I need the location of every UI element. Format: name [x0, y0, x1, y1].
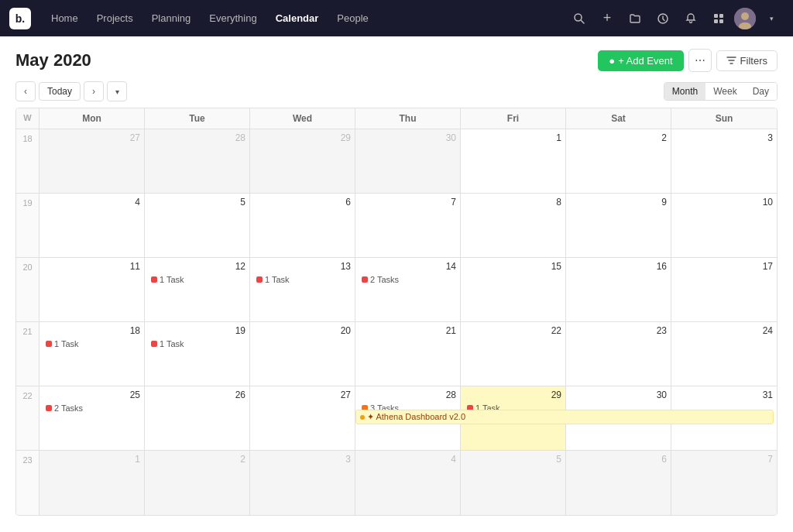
day-cell[interactable]: 3	[671, 129, 777, 193]
add-event-label: + Add Event	[618, 55, 672, 67]
nav-planning[interactable]: Planning	[144, 8, 199, 29]
day-cell[interactable]: 4	[355, 451, 461, 515]
task-event[interactable]: 2 Tasks	[359, 274, 456, 285]
week-view-button[interactable]: Week	[705, 83, 744, 100]
svg-rect-5	[714, 19, 718, 23]
day-cell[interactable]: 19 1 Task	[145, 322, 250, 386]
event-label: 2 Tasks	[370, 275, 399, 284]
add-event-plus-icon: ●	[609, 55, 615, 67]
day-cell[interactable]: 21	[355, 322, 461, 386]
day-cell[interactable]: 30	[355, 129, 461, 193]
task-event[interactable]: 1 Task	[254, 274, 351, 285]
day-view-button[interactable]: Day	[745, 83, 777, 100]
user-chevron-icon[interactable]: ▾	[759, 6, 784, 31]
day-cell[interactable]: 13 1 Task	[250, 258, 355, 321]
svg-rect-3	[714, 14, 718, 18]
multi-day-event-athena[interactable]: ✦ Athena Dashboard v2.0	[355, 410, 774, 424]
date-dropdown-button[interactable]: ▾	[107, 81, 127, 101]
week-num-header: W	[16, 108, 39, 129]
day-cell[interactable]: 6	[250, 194, 355, 257]
day-cell[interactable]: 10	[671, 194, 777, 257]
svg-rect-6	[719, 19, 723, 23]
week-num-20: 20	[16, 258, 39, 321]
day-cell[interactable]: 16	[566, 258, 671, 321]
more-options-button[interactable]: ⋯	[688, 49, 712, 72]
day-cell[interactable]: 28	[145, 129, 250, 193]
day-cell[interactable]: 11	[39, 258, 145, 321]
day-cell[interactable]: 4	[39, 194, 145, 257]
week-num-18: 18	[16, 129, 39, 193]
week-row-23: 23 1 2 3 4 5 6 7	[16, 451, 777, 515]
day-cell[interactable]: 1	[461, 129, 566, 193]
day-cell[interactable]: 2	[566, 129, 671, 193]
folder-icon[interactable]	[623, 6, 647, 31]
multi-day-event-label: ✦ Athena Dashboard v2.0	[367, 412, 465, 422]
day-cell[interactable]: 1	[39, 451, 145, 515]
nav-everything[interactable]: Everything	[201, 8, 264, 29]
calendar-title: May 2020	[15, 50, 598, 70]
header-tue: Tue	[145, 108, 250, 129]
date-navigation: ‹ Today › ▾	[15, 81, 127, 101]
task-event[interactable]: 1 Task	[149, 338, 245, 349]
day-cell[interactable]: 7	[355, 194, 461, 257]
clock-icon[interactable]	[651, 6, 675, 31]
day-cell[interactable]: 26	[145, 386, 250, 450]
day-cell[interactable]: 23	[566, 322, 671, 386]
day-cell-thu28[interactable]: 28 3 Tasks ✦ Athena Dashboard v2.0	[355, 386, 461, 450]
day-cell[interactable]: 6	[566, 451, 671, 515]
bell-icon[interactable]	[678, 6, 703, 31]
day-cell[interactable]: 8	[461, 194, 566, 257]
day-cell[interactable]: 2	[145, 451, 250, 515]
day-cell[interactable]: 22	[461, 322, 566, 386]
week-num-21: 21	[16, 322, 39, 386]
day-cell[interactable]: 9	[566, 194, 671, 257]
avatar[interactable]	[734, 8, 756, 29]
day-cell[interactable]: 14 2 Tasks	[355, 258, 461, 321]
day-cell[interactable]: 25 2 Tasks	[39, 386, 145, 450]
header-wed: Wed	[250, 108, 355, 129]
day-cell[interactable]: 15	[461, 258, 566, 321]
event-dot-icon	[362, 276, 368, 283]
app-logo[interactable]: b.	[9, 8, 31, 29]
task-event[interactable]: 2 Tasks	[43, 403, 140, 414]
day-cell[interactable]: 24	[671, 322, 777, 386]
event-label: 1 Task	[54, 339, 79, 348]
month-view-button[interactable]: Month	[664, 83, 705, 100]
day-cell[interactable]: 12 1 Task	[145, 258, 250, 321]
day-cell[interactable]: 27	[250, 386, 355, 450]
day-cell[interactable]: 5	[461, 451, 566, 515]
day-cell[interactable]: 27	[39, 129, 145, 193]
add-icon[interactable]: +	[595, 6, 620, 31]
next-button[interactable]: ›	[84, 81, 104, 101]
add-event-button[interactable]: ● + Add Event	[598, 50, 683, 71]
nav-calendar[interactable]: Calendar	[268, 8, 327, 29]
today-button[interactable]: Today	[39, 82, 81, 101]
header-fri: Fri	[461, 108, 566, 129]
search-icon[interactable]	[567, 6, 592, 31]
day-cell[interactable]: 7	[671, 451, 777, 515]
nav-people[interactable]: People	[329, 8, 376, 29]
day-cell[interactable]: 3	[250, 451, 355, 515]
nav-home[interactable]: Home	[43, 8, 86, 29]
svg-point-0	[575, 14, 582, 21]
week-row-20: 20 11 12 1 Task 13 1 Task	[16, 258, 777, 322]
prev-button[interactable]: ‹	[15, 81, 36, 101]
grid-icon[interactable]	[706, 6, 731, 31]
task-event[interactable]: 1 Task	[149, 274, 245, 285]
week-row-19: 19 4 5 6 7 8 9 10	[16, 194, 777, 258]
weekday-headers: W Mon Tue Wed Thu Fri Sat Sun	[16, 108, 777, 129]
nav-projects[interactable]: Projects	[89, 8, 141, 29]
day-cell[interactable]: 29	[250, 129, 355, 193]
filters-label: Filters	[740, 55, 767, 67]
filters-button[interactable]: Filters	[716, 50, 778, 71]
day-cell[interactable]: 5	[145, 194, 250, 257]
day-cell[interactable]: 17	[671, 258, 777, 321]
week-num-19: 19	[16, 194, 39, 257]
day-cell[interactable]: 18 1 Task	[39, 322, 145, 386]
day-cell[interactable]: 20	[250, 322, 355, 386]
event-dot-icon	[256, 276, 263, 283]
event-dot-icon	[151, 276, 157, 283]
event-label: 1 Task	[160, 275, 184, 284]
svg-point-8	[741, 12, 749, 20]
task-event[interactable]: 1 Task	[43, 338, 140, 349]
